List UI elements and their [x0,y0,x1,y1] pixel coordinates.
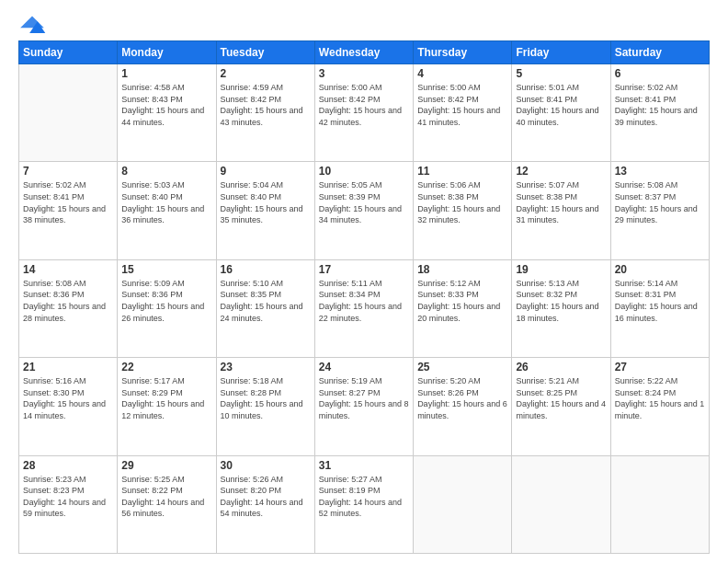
calendar-week-row: 1 Sunrise: 4:58 AM Sunset: 8:43 PM Dayli… [19,64,710,162]
sunset-text: Sunset: 8:35 PM [221,290,282,299]
calendar-cell: 23 Sunrise: 5:18 AM Sunset: 8:28 PM Dayl… [216,358,314,455]
sunrise-text: Sunrise: 5:04 AM [221,180,284,190]
sunrise-text: Sunrise: 5:19 AM [319,376,382,385]
weekday-header-tuesday: Tuesday [216,41,314,64]
sunrise-text: Sunrise: 5:17 AM [121,376,185,385]
day-number: 24 [319,361,409,373]
sunrise-text: Sunrise: 5:12 AM [417,279,481,288]
calendar-cell: 20 Sunrise: 5:14 AM Sunset: 8:31 PM Dayl… [610,259,709,357]
calendar-cell: 2 Sunrise: 4:59 AM Sunset: 8:42 PM Dayli… [216,64,314,162]
logo [18,15,50,33]
sunrise-text: Sunrise: 5:18 AM [221,376,284,385]
day-number: 31 [319,459,409,472]
day-info: Sunrise: 5:01 AM Sunset: 8:41 PM Dayligh… [516,82,606,128]
calendar-cell: 14 Sunrise: 5:08 AM Sunset: 8:36 PM Dayl… [19,259,118,357]
sunrise-text: Sunrise: 5:00 AM [319,83,382,92]
calendar-cell: 11 Sunrise: 5:06 AM Sunset: 8:38 PM Dayl… [414,162,512,259]
day-info: Sunrise: 5:13 AM Sunset: 8:32 PM Dayligh… [516,278,606,324]
daylight-text: Daylight: 15 hours and 36 minutes. [121,204,204,225]
day-info: Sunrise: 5:25 AM Sunset: 8:22 PM Dayligh… [121,474,211,520]
day-number: 5 [516,67,606,80]
day-info: Sunrise: 5:06 AM Sunset: 8:38 PM Dayligh… [417,179,507,225]
daylight-text: Daylight: 15 hours and 39 minutes. [615,106,698,127]
day-number: 16 [221,263,311,276]
sunset-text: Sunset: 8:30 PM [23,388,85,397]
daylight-text: Daylight: 15 hours and 4 minutes. [516,399,606,420]
sunrise-text: Sunrise: 5:25 AM [121,475,185,484]
calendar-cell [610,455,709,553]
calendar-week-row: 28 Sunrise: 5:23 AM Sunset: 8:23 PM Dayl… [19,455,710,553]
sunset-text: Sunset: 8:40 PM [221,192,282,201]
sunrise-text: Sunrise: 5:11 AM [319,279,382,288]
sunset-text: Sunset: 8:25 PM [516,388,577,397]
sunset-text: Sunset: 8:26 PM [417,388,479,397]
day-number: 18 [417,263,507,276]
sunset-text: Sunset: 8:34 PM [319,290,381,299]
logo-icon [18,15,46,33]
daylight-text: Daylight: 15 hours and 22 minutes. [319,302,402,323]
day-number: 14 [23,263,113,276]
sunset-text: Sunset: 8:19 PM [319,486,381,495]
sunset-text: Sunset: 8:24 PM [615,388,677,397]
day-number: 10 [319,165,409,178]
daylight-text: Daylight: 15 hours and 44 minutes. [121,106,204,127]
day-info: Sunrise: 5:08 AM Sunset: 8:37 PM Dayligh… [615,179,705,225]
day-number: 11 [417,165,507,178]
daylight-text: Daylight: 15 hours and 35 minutes. [221,204,303,225]
day-number: 13 [615,165,705,178]
sunset-text: Sunset: 8:28 PM [221,388,282,397]
sunset-text: Sunset: 8:43 PM [121,95,183,104]
calendar-cell: 26 Sunrise: 5:21 AM Sunset: 8:25 PM Dayl… [512,358,610,455]
header [18,15,710,33]
day-number: 20 [615,263,705,276]
calendar-cell: 21 Sunrise: 5:16 AM Sunset: 8:30 PM Dayl… [19,358,118,455]
daylight-text: Daylight: 15 hours and 1 minute. [615,399,705,420]
daylight-text: Daylight: 15 hours and 28 minutes. [23,302,106,323]
calendar-cell [414,455,512,553]
daylight-text: Daylight: 14 hours and 59 minutes. [23,498,106,519]
day-info: Sunrise: 5:11 AM Sunset: 8:34 PM Dayligh… [319,278,409,324]
daylight-text: Daylight: 15 hours and 24 minutes. [221,302,303,323]
day-number: 25 [417,361,507,373]
sunset-text: Sunset: 8:38 PM [417,192,479,201]
sunset-text: Sunset: 8:22 PM [121,486,183,495]
weekday-header-thursday: Thursday [414,41,512,64]
day-number: 2 [221,67,311,80]
day-info: Sunrise: 5:07 AM Sunset: 8:38 PM Dayligh… [516,179,606,225]
sunset-text: Sunset: 8:32 PM [516,290,577,299]
day-info: Sunrise: 5:09 AM Sunset: 8:36 PM Dayligh… [121,278,211,324]
day-number: 26 [516,361,606,373]
sunset-text: Sunset: 8:39 PM [319,192,381,201]
calendar-cell [512,455,610,553]
sunset-text: Sunset: 8:40 PM [121,192,183,201]
day-number: 21 [23,361,113,373]
calendar-cell: 6 Sunrise: 5:02 AM Sunset: 8:41 PM Dayli… [610,64,709,162]
weekday-header-saturday: Saturday [610,41,709,64]
daylight-text: Daylight: 15 hours and 29 minutes. [615,204,698,225]
calendar-cell: 3 Sunrise: 5:00 AM Sunset: 8:42 PM Dayli… [314,64,413,162]
sunrise-text: Sunrise: 4:59 AM [221,83,284,92]
day-info: Sunrise: 5:14 AM Sunset: 8:31 PM Dayligh… [615,278,705,324]
day-info: Sunrise: 5:27 AM Sunset: 8:19 PM Dayligh… [319,474,409,520]
sunset-text: Sunset: 8:42 PM [221,95,282,104]
day-info: Sunrise: 5:18 AM Sunset: 8:28 PM Dayligh… [221,375,311,421]
day-number: 19 [516,263,606,276]
calendar-header-row: SundayMondayTuesdayWednesdayThursdayFrid… [19,41,710,64]
sunrise-text: Sunrise: 5:10 AM [221,279,284,288]
daylight-text: Daylight: 15 hours and 18 minutes. [516,302,598,323]
day-info: Sunrise: 5:26 AM Sunset: 8:20 PM Dayligh… [221,474,311,520]
sunset-text: Sunset: 8:41 PM [516,95,577,104]
daylight-text: Daylight: 15 hours and 42 minutes. [319,106,402,127]
sunrise-text: Sunrise: 5:07 AM [516,180,579,190]
sunrise-text: Sunrise: 5:02 AM [615,83,678,92]
daylight-text: Daylight: 14 hours and 54 minutes. [221,498,303,519]
day-info: Sunrise: 5:00 AM Sunset: 8:42 PM Dayligh… [319,82,409,128]
calendar-cell [19,64,118,162]
day-number: 3 [319,67,409,80]
calendar-cell: 12 Sunrise: 5:07 AM Sunset: 8:38 PM Dayl… [512,162,610,259]
calendar-cell: 30 Sunrise: 5:26 AM Sunset: 8:20 PM Dayl… [216,455,314,553]
sunrise-text: Sunrise: 5:02 AM [23,180,86,190]
day-info: Sunrise: 5:00 AM Sunset: 8:42 PM Dayligh… [417,82,507,128]
sunrise-text: Sunrise: 5:08 AM [615,180,678,190]
sunset-text: Sunset: 8:33 PM [417,290,479,299]
